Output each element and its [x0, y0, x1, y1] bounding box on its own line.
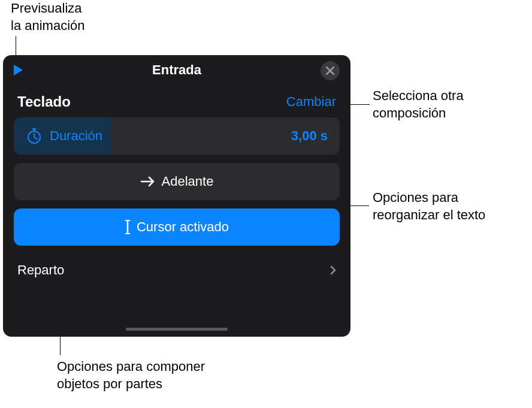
- direction-button[interactable]: Adelante: [14, 163, 340, 200]
- cursor-icon: [125, 219, 131, 235]
- effect-name: Teclado: [17, 93, 71, 110]
- arrow-right-icon: [140, 176, 156, 188]
- stopwatch-icon: [26, 128, 43, 144]
- cursor-label: Cursor activado: [137, 219, 229, 235]
- close-button[interactable]: [321, 61, 340, 80]
- panel-header: Entrada: [3, 55, 350, 84]
- change-button[interactable]: Cambiar: [286, 94, 336, 110]
- home-indicator: [126, 328, 228, 331]
- duration-value: 3,00 s: [291, 128, 328, 144]
- callout-delivery: Opciones para componer objetos por parte…: [57, 358, 205, 392]
- delivery-row[interactable]: Reparto: [3, 254, 350, 278]
- cursor-button[interactable]: Cursor activado: [14, 208, 340, 246]
- panel-content: Duración 3,00 s Adelante Cursor activado: [3, 117, 350, 246]
- callout-change: Selecciona otra composición: [373, 87, 464, 122]
- callout-direction: Opciones para reorganizar el texto: [373, 189, 485, 223]
- callout-preview: Previsualiza la animación: [11, 0, 85, 34]
- svg-line-4: [34, 137, 37, 139]
- close-icon: [326, 67, 334, 75]
- animation-panel: Entrada Teclado Cambiar Duración 3,00 s: [3, 55, 350, 337]
- delivery-label: Reparto: [17, 262, 64, 278]
- effect-row: Teclado Cambiar: [3, 84, 350, 117]
- svg-rect-1: [32, 128, 36, 130]
- direction-label: Adelante: [162, 174, 214, 189]
- duration-row[interactable]: Duración 3,00 s: [14, 117, 340, 155]
- chevron-right-icon: [330, 265, 336, 275]
- duration-label: Duración: [50, 128, 291, 144]
- panel-title: Entrada: [152, 62, 201, 78]
- preview-play-icon[interactable]: [14, 65, 23, 75]
